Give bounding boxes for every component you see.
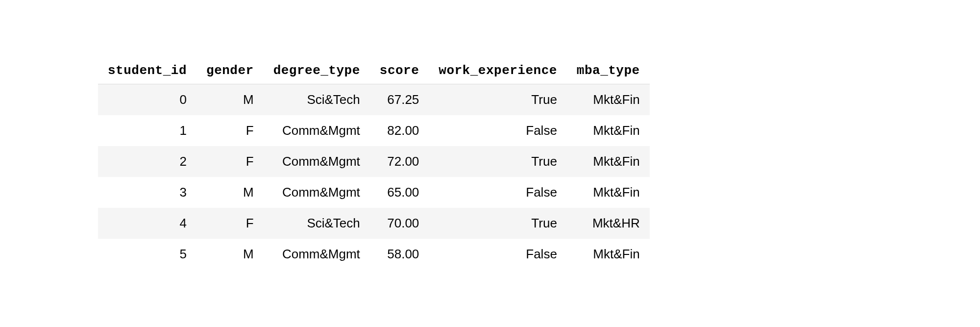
cell-mba-type: Mkt&Fin (567, 146, 650, 177)
cell-work-experience: False (429, 177, 567, 208)
table-header-row: student_id gender degree_type score work… (98, 57, 650, 84)
cell-degree-type: Sci&Tech (264, 84, 370, 116)
cell-work-experience: True (429, 146, 567, 177)
table-row: 4 F Sci&Tech 70.00 True Mkt&HR (98, 208, 650, 239)
cell-work-experience: False (429, 115, 567, 146)
col-header-degree-type: degree_type (264, 57, 370, 84)
cell-work-experience: False (429, 239, 567, 270)
cell-mba-type: Mkt&Fin (567, 115, 650, 146)
cell-student-id: 0 (98, 84, 196, 116)
cell-gender: M (196, 177, 264, 208)
cell-work-experience: True (429, 84, 567, 116)
col-header-gender: gender (196, 57, 264, 84)
col-header-score: score (370, 57, 429, 84)
table-row: 1 F Comm&Mgmt 82.00 False Mkt&Fin (98, 115, 650, 146)
cell-student-id: 2 (98, 146, 196, 177)
table-row: 5 M Comm&Mgmt 58.00 False Mkt&Fin (98, 239, 650, 270)
cell-gender: M (196, 84, 264, 116)
cell-degree-type: Comm&Mgmt (264, 177, 370, 208)
cell-degree-type: Comm&Mgmt (264, 146, 370, 177)
cell-gender: F (196, 146, 264, 177)
cell-student-id: 5 (98, 239, 196, 270)
table-row: 3 M Comm&Mgmt 65.00 False Mkt&Fin (98, 177, 650, 208)
cell-score: 70.00 (370, 208, 429, 239)
cell-score: 72.00 (370, 146, 429, 177)
cell-score: 67.25 (370, 84, 429, 116)
cell-mba-type: Mkt&Fin (567, 84, 650, 116)
col-header-student-id: student_id (98, 57, 196, 84)
cell-work-experience: True (429, 208, 567, 239)
cell-score: 58.00 (370, 239, 429, 270)
cell-score: 65.00 (370, 177, 429, 208)
table-row: 2 F Comm&Mgmt 72.00 True Mkt&Fin (98, 146, 650, 177)
cell-student-id: 1 (98, 115, 196, 146)
table-row: 0 M Sci&Tech 67.25 True Mkt&Fin (98, 84, 650, 116)
cell-score: 82.00 (370, 115, 429, 146)
dataframe-table: student_id gender degree_type score work… (98, 57, 650, 270)
cell-mba-type: Mkt&Fin (567, 239, 650, 270)
col-header-work-experience: work_experience (429, 57, 567, 84)
cell-degree-type: Sci&Tech (264, 208, 370, 239)
cell-degree-type: Comm&Mgmt (264, 115, 370, 146)
cell-gender: F (196, 208, 264, 239)
cell-student-id: 4 (98, 208, 196, 239)
cell-gender: M (196, 239, 264, 270)
cell-mba-type: Mkt&Fin (567, 177, 650, 208)
cell-mba-type: Mkt&HR (567, 208, 650, 239)
cell-degree-type: Comm&Mgmt (264, 239, 370, 270)
col-header-mba-type: mba_type (567, 57, 650, 84)
cell-student-id: 3 (98, 177, 196, 208)
cell-gender: F (196, 115, 264, 146)
